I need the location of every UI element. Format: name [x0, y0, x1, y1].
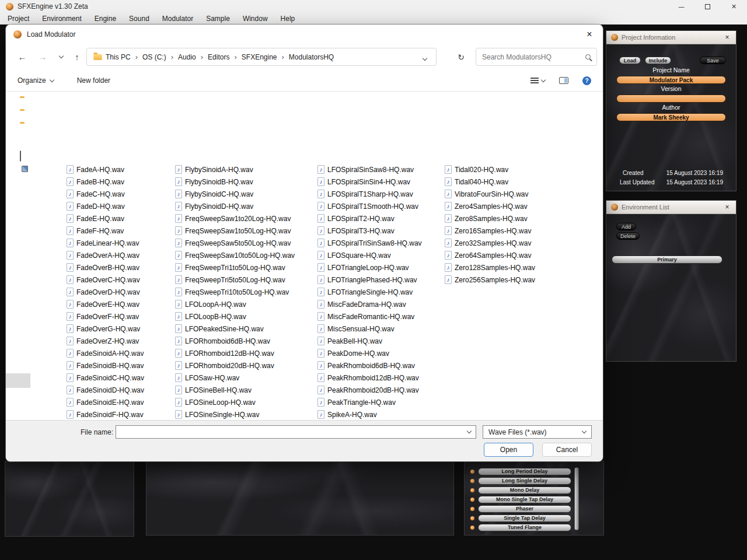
cancel-button[interactable]: Cancel	[542, 443, 592, 457]
add-button[interactable]: Add	[616, 223, 636, 230]
close-icon[interactable]: ×	[723, 33, 731, 41]
menu-item[interactable]: Help	[274, 13, 302, 24]
effect-button[interactable]: Mono Single Tap Delay	[478, 496, 571, 503]
menu-item[interactable]: Sample	[200, 13, 236, 24]
file-name-dropdown-button[interactable]	[463, 431, 476, 433]
file-item[interactable]: ♪ Tidal020-HQ.wav	[445, 163, 535, 176]
file-item[interactable]: ♪ FadeD-HQ.wav	[67, 200, 145, 212]
file-item[interactable]: ♪ FadeOverG-HQ.wav	[67, 323, 145, 335]
file-item[interactable]: ♪ LFOSaw-HQ.wav	[175, 372, 295, 384]
file-item[interactable]: ♪ FadeOverE-HQ.wav	[67, 298, 145, 310]
file-item[interactable]: ♪ FadeOverA-HQ.wav	[67, 249, 145, 261]
file-item[interactable]: ♪ FreqSweepTri10to50Log-HQ.wav	[175, 286, 295, 298]
file-item[interactable]: ♪ LFORhomboid6dB-HQ.wav	[175, 335, 295, 347]
file-item[interactable]: ♪ LFOSpiralT2-HQ.wav	[317, 212, 422, 225]
file-item[interactable]: ♪ FadeOverD-HQ.wav	[67, 286, 145, 298]
file-item[interactable]: ♪ PeakTriangle-HQ.wav	[317, 396, 422, 408]
menu-item[interactable]: Environment	[36, 13, 88, 24]
file-item[interactable]: ♪ LFOSpiralSinSin4-HQ.wav	[317, 176, 422, 188]
up-button[interactable]: ↑	[68, 44, 86, 70]
file-item[interactable]: ♪ FadeA-HQ.wav	[67, 163, 145, 176]
file-item[interactable]: ♪ LFOPeakedSine-HQ.wav	[175, 323, 295, 335]
menu-item[interactable]: Window	[236, 13, 274, 24]
effect-button[interactable]: Single Tap Delay	[478, 514, 571, 522]
breadcrumb-item[interactable]: ModulatorsHQ ›	[286, 53, 337, 61]
effect-button[interactable]: Mono Delay	[478, 487, 571, 494]
this-pc-icon[interactable]	[20, 150, 21, 162]
file-item[interactable]: ♪ FadeOverC-HQ.wav	[67, 274, 145, 286]
file-item[interactable]: ♪ FadeSinoidB-HQ.wav	[67, 359, 145, 372]
search-input[interactable]	[482, 53, 585, 61]
file-item[interactable]: ♪ FadeSinoidE-HQ.wav	[67, 396, 145, 408]
file-item[interactable]: ♪ FadeB-HQ.wav	[67, 176, 145, 188]
file-item[interactable]: ♪ PeakRhomboid12dB-HQ.wav	[317, 372, 422, 384]
file-item[interactable]: ♪ FreqSweepSaw1to20Log-HQ.wav	[175, 212, 295, 225]
address-dropdown-button[interactable]	[423, 52, 427, 62]
menu-item[interactable]: Sound	[123, 13, 156, 24]
file-item[interactable]: ♪ FlybySinoidC-HQ.wav	[175, 188, 295, 200]
forward-button[interactable]: →	[34, 44, 51, 70]
load-button[interactable]: Load	[619, 57, 641, 64]
effect-button[interactable]: Tuned Flange	[478, 524, 571, 531]
refresh-button[interactable]: ↻	[451, 48, 471, 66]
file-item[interactable]: ♪ VibratoFourSin-HQ.wav	[445, 188, 535, 200]
file-item[interactable]: ♪ Zero8Samples-HQ.wav	[445, 212, 535, 225]
minimize-button[interactable]: —	[668, 0, 694, 13]
file-item[interactable]: ♪ MiscFadeRomantic-HQ.wav	[317, 310, 422, 323]
file-item[interactable]: ♪ FlybySinoidA-HQ.wav	[175, 163, 295, 176]
file-item[interactable]: ♪ FadeOverB-HQ.wav	[67, 261, 145, 274]
help-icon[interactable]: ?	[582, 76, 591, 85]
file-item[interactable]: ♪ LFOSquare-HQ.wav	[317, 249, 422, 261]
effects-scrollbar[interactable]	[574, 467, 579, 530]
effect-button[interactable]: Long Period Delay	[478, 468, 571, 475]
breadcrumb-item[interactable]: This PC ›	[103, 52, 139, 61]
file-item[interactable]: ♪ LFOLoopA-HQ.wav	[175, 298, 295, 310]
file-item[interactable]: ♪ LFOSpiralSinSaw8-HQ.wav	[317, 163, 422, 176]
file-item[interactable]: ♪ LFOLoopB-HQ.wav	[175, 310, 295, 323]
file-item[interactable]: ♪ Zero16Samples-HQ.wav	[445, 225, 535, 237]
file-item[interactable]: ♪ FadeE-HQ.wav	[67, 212, 145, 225]
file-item[interactable]: ♪ Zero128Samples-HQ.wav	[445, 261, 535, 274]
file-item[interactable]: ♪ MiscSensual-HQ.wav	[317, 323, 422, 335]
file-item[interactable]: ♪ FreqSweepSaw1to50Log-HQ.wav	[175, 225, 295, 237]
version-field[interactable]	[616, 94, 726, 103]
menu-item[interactable]: Modulator	[156, 13, 200, 24]
file-item[interactable]: ♪ MiscFadeDrama-HQ.wav	[317, 298, 422, 310]
file-item[interactable]: ♪ FadeC-HQ.wav	[67, 188, 145, 200]
file-item[interactable]: ♪ LFOSineLoop-HQ.wav	[175, 396, 295, 408]
close-icon[interactable]: ×	[723, 203, 731, 211]
new-folder-button[interactable]: New folder	[77, 76, 110, 85]
dialog-close-button[interactable]: ×	[576, 24, 603, 44]
file-item[interactable]: ♪ LFOSineSingle-HQ.wav	[175, 408, 295, 421]
file-item[interactable]: ♪ Zero256Samples-HQ.wav	[445, 274, 535, 286]
open-button[interactable]: Open	[484, 443, 533, 457]
view-mode-button[interactable]	[530, 78, 545, 83]
file-item[interactable]: ♪ PeakBell-HQ.wav	[317, 335, 422, 347]
delete-button[interactable]: Delete	[616, 232, 640, 240]
menu-item[interactable]: Project	[1, 13, 36, 24]
organize-button[interactable]: Organize	[18, 76, 54, 85]
file-item[interactable]: ♪ LFORhomboid12dB-HQ.wav	[175, 347, 295, 359]
file-item[interactable]: ♪ LFOSineBell-HQ.wav	[175, 384, 295, 396]
file-item[interactable]: ♪ FreqSweepSaw5to50Log-HQ.wav	[175, 237, 295, 249]
file-item[interactable]: ♪ FadeSinoidF-HQ.wav	[67, 408, 145, 421]
effect-button[interactable]: Phaser	[478, 505, 571, 513]
recent-locations-button[interactable]	[53, 44, 70, 70]
nav-pane-scrollbar[interactable]	[6, 373, 30, 388]
file-item[interactable]: ♪ FadeOverF-HQ.wav	[67, 310, 145, 323]
file-item[interactable]: ♪ FadeSinoidA-HQ.wav	[67, 347, 145, 359]
file-item[interactable]: ♪ FadeSinoidD-HQ.wav	[67, 384, 145, 396]
effect-button[interactable]: Long Single Delay	[478, 477, 571, 485]
file-item[interactable]: ♪ FadeLinear-HQ.wav	[67, 237, 145, 249]
close-button[interactable]: ×	[721, 0, 747, 13]
breadcrumb-item[interactable]: Editors ›	[205, 52, 239, 61]
file-type-select[interactable]: Wave Files (*.wav)	[483, 425, 592, 439]
preview-pane-icon[interactable]	[559, 77, 568, 84]
file-item[interactable]: ♪ FadeOverZ-HQ.wav	[67, 335, 145, 347]
project-name-field[interactable]: Modulator Pack	[616, 76, 726, 84]
maximize-button[interactable]	[694, 0, 721, 13]
file-item[interactable]: ♪ FlybySinoidB-HQ.wav	[175, 176, 295, 188]
include-button[interactable]: Include	[645, 57, 671, 64]
breadcrumb-item[interactable]: Audio ›	[175, 52, 205, 61]
file-item[interactable]: ♪ LFOSpiralTriSinSaw8-HQ.wav	[317, 237, 422, 249]
